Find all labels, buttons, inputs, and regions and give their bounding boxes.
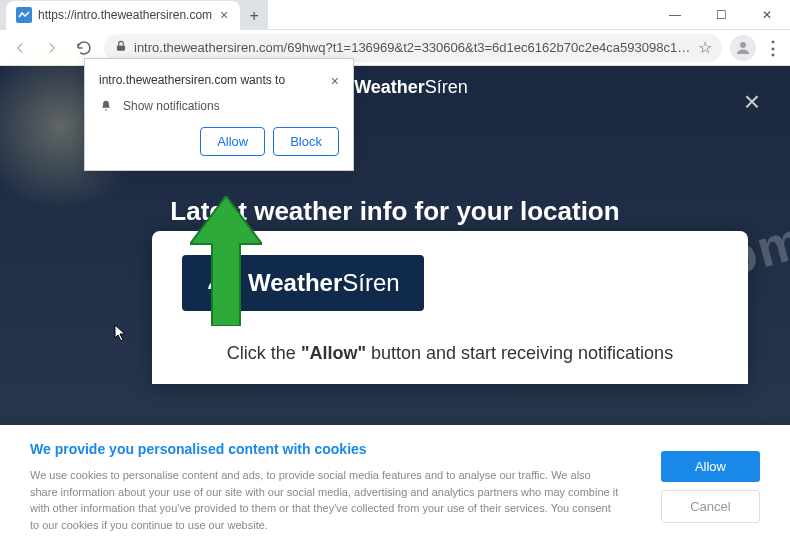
green-arrow-icon: [190, 196, 262, 330]
site-brand-text: WeatherSíren: [354, 77, 468, 98]
cookie-body: We use cookies to personalise content an…: [30, 467, 621, 533]
bookmark-star-icon[interactable]: ☆: [698, 38, 712, 57]
permission-title: intro.theweathersiren.com wants to: [99, 73, 285, 87]
tab-title: https://intro.theweathersiren.com: [38, 8, 212, 22]
url-text: intro.theweathersiren.com/69hwq?t1=13696…: [134, 40, 692, 55]
cookie-title: We provide you personalised content with…: [30, 441, 621, 457]
logo-block-text: WeatherSíren: [248, 269, 400, 297]
cookie-cancel-button[interactable]: Cancel: [661, 490, 760, 523]
svg-point-2: [740, 42, 746, 48]
cursor-icon: [114, 324, 128, 346]
maximize-button[interactable]: ☐: [698, 0, 744, 30]
overlay-close-icon[interactable]: ×: [744, 86, 760, 118]
cookie-banner: We provide you personalised content with…: [0, 425, 790, 551]
cookie-allow-button[interactable]: Allow: [661, 451, 760, 482]
browser-menu-button[interactable]: ⋮: [764, 37, 782, 59]
close-window-button[interactable]: ✕: [744, 0, 790, 30]
instruction-text: Click the "Allow" button and start recei…: [182, 343, 718, 364]
permission-block-button[interactable]: Block: [273, 127, 339, 156]
permission-allow-button[interactable]: Allow: [200, 127, 265, 156]
minimize-button[interactable]: —: [652, 0, 698, 30]
notification-permission-popup: intro.theweathersiren.com wants to × Sho…: [84, 58, 354, 171]
permission-close-icon[interactable]: ×: [331, 73, 339, 89]
profile-avatar-button[interactable]: [730, 35, 756, 61]
tab-favicon: [16, 7, 32, 23]
bell-icon: [99, 99, 113, 113]
permission-row-label: Show notifications: [123, 99, 220, 113]
permission-row: Show notifications: [99, 99, 339, 113]
tab-close-icon[interactable]: ×: [218, 7, 230, 23]
new-tab-button[interactable]: +: [240, 2, 268, 30]
window-controls: — ☐ ✕: [652, 0, 790, 30]
